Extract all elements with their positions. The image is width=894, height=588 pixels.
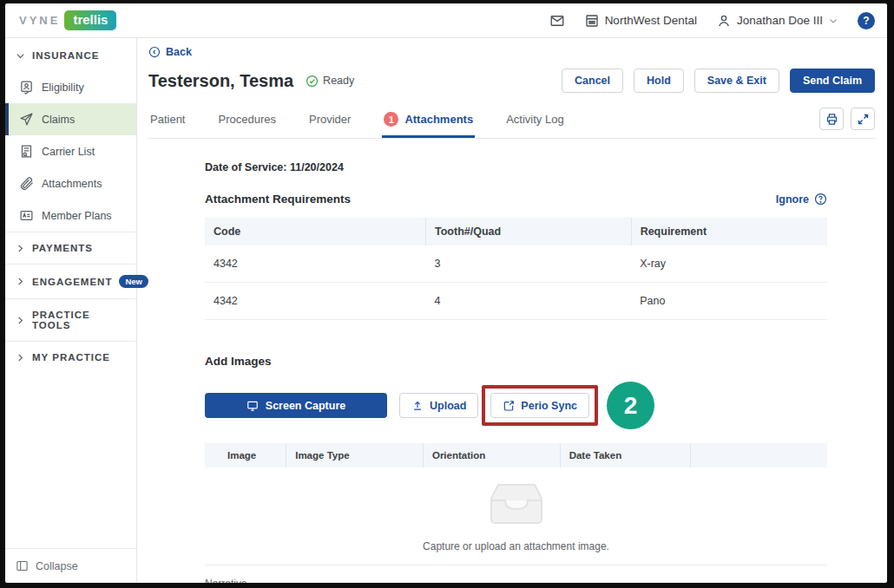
- building-icon: [584, 13, 600, 29]
- back-link[interactable]: Back: [148, 46, 192, 58]
- cancel-button[interactable]: Cancel: [562, 69, 623, 93]
- check-circle-icon: [306, 75, 319, 88]
- sidebar-section-insurance[interactable]: INSURANCE: [5, 38, 136, 71]
- sidebar-item-label: Eligibility: [42, 82, 84, 94]
- chevron-right-icon: [16, 316, 25, 325]
- narrative-section: Narrative 0 / 2000: [205, 578, 827, 583]
- sidebar-item-carrier-list[interactable]: Carrier List: [5, 135, 136, 167]
- requirements-header: Attachment Requirements Ignore: [205, 193, 827, 206]
- date-of-service-label: Date of Service:: [205, 161, 286, 173]
- sidebar-section-payments[interactable]: PAYMENTS: [5, 232, 136, 264]
- perio-sync-button[interactable]: Perio Sync: [490, 393, 589, 418]
- upload-button[interactable]: Upload: [399, 393, 478, 418]
- screenshot-frame: VYNE trellis NorthWest Dental Jonathan D…: [0, 0, 894, 588]
- expand-button[interactable]: [851, 108, 875, 130]
- ignore-link[interactable]: Ignore: [776, 193, 827, 206]
- back-label: Back: [166, 46, 192, 58]
- sidebar-item-label: Claims: [42, 114, 75, 126]
- sidebar-item-eligibility[interactable]: Eligibility: [5, 71, 136, 103]
- status-label: Ready: [323, 75, 354, 87]
- practice-name: NorthWest Dental: [605, 14, 697, 27]
- shell: INSURANCE Eligibility Claims Carrier Lis…: [5, 38, 887, 583]
- sidebar-section-practice-tools[interactable]: PRACTICE TOOLS: [5, 298, 136, 341]
- add-images-title: Add Images: [205, 355, 827, 368]
- cell-requirement: Pano: [631, 283, 827, 320]
- table-row: 4342 4 Pano: [205, 283, 827, 320]
- topbar: VYNE trellis NorthWest Dental Jonathan D…: [5, 3, 887, 38]
- cell-requirement: X-ray: [631, 245, 827, 283]
- brand-vyne-text: VYNE: [19, 14, 60, 27]
- add-images-section: Add Images Screen Capture Upload: [205, 355, 827, 583]
- column-header-orientation: Orientation: [423, 443, 560, 467]
- sidebar-item-label: Carrier List: [42, 146, 95, 158]
- sidebar-section-label: PRACTICE TOOLS: [32, 310, 126, 330]
- date-of-service: Date of Service: 11/20/2024: [205, 161, 827, 173]
- column-header-date-taken: Date Taken: [560, 443, 691, 467]
- collapse-panel-icon: [16, 559, 29, 572]
- column-header-requirement: Requirement: [631, 218, 827, 245]
- column-header-code: Code: [205, 218, 426, 245]
- sidebar-section-label: ENGAGEMENT: [32, 277, 112, 287]
- id-card-icon: [19, 208, 34, 223]
- topbar-right: NorthWest Dental Jonathan Doe III ?: [549, 12, 875, 29]
- page-title: Testerson, Tesma: [148, 71, 293, 91]
- paperclip-icon: [19, 176, 34, 191]
- images-empty-state: Capture or upload an attachment image.: [205, 467, 827, 565]
- ignore-label: Ignore: [776, 193, 809, 206]
- attachments-count-badge: 1: [384, 112, 398, 127]
- help-icon[interactable]: ?: [858, 12, 875, 29]
- eligibility-icon: [19, 80, 34, 95]
- tab-procedures[interactable]: Procedures: [216, 106, 277, 137]
- status-badge: Ready: [306, 75, 354, 88]
- print-button[interactable]: [819, 108, 844, 130]
- sidebar-item-claims[interactable]: Claims: [5, 103, 136, 135]
- chevron-down-icon: [828, 16, 838, 26]
- sidebar-collapse-button[interactable]: Collapse: [5, 548, 136, 583]
- tab-attachments[interactable]: 1 Attachments: [382, 105, 475, 138]
- annotation-highlight-box: Perio Sync: [482, 385, 598, 426]
- requirements-table: Code Tooth#/Quad Requirement 4342 3 X-ra…: [205, 218, 827, 320]
- requirements-table-header-row: Code Tooth#/Quad Requirement: [205, 218, 827, 245]
- tab-provider[interactable]: Provider: [307, 106, 352, 137]
- chevron-right-icon: [16, 244, 25, 253]
- send-claim-button[interactable]: Send Claim: [790, 69, 875, 93]
- tab-activity-log[interactable]: Activity Log: [504, 106, 565, 137]
- column-header-image: Image: [205, 443, 286, 467]
- tabs-row: Patient Procedures Provider 1 Attachment…: [148, 105, 875, 139]
- column-header-actions: [690, 443, 827, 467]
- tab-patient[interactable]: Patient: [148, 106, 187, 137]
- sidebar: INSURANCE Eligibility Claims Carrier Lis…: [5, 38, 137, 583]
- action-buttons: Cancel Hold Save & Exit Send Claim: [562, 69, 875, 93]
- collapse-label: Collapse: [36, 560, 78, 572]
- narrative-label: Narrative: [205, 578, 827, 583]
- back-arrow-icon: [148, 46, 161, 58]
- sidebar-section-my-practice[interactable]: MY PRACTICE: [5, 341, 136, 373]
- brand-trellis-text: trellis: [64, 10, 116, 30]
- chevron-right-icon: [16, 277, 25, 286]
- empty-state-caption: Capture or upload an attachment image.: [205, 540, 827, 552]
- images-table-header: Image Image Type Orientation Date Taken: [205, 443, 827, 467]
- sidebar-item-member-plans[interactable]: Member Plans: [5, 199, 136, 232]
- screen-capture-button[interactable]: Screen Capture: [205, 393, 387, 418]
- chevron-right-icon: [16, 353, 25, 363]
- sidebar-item-attachments[interactable]: Attachments: [5, 167, 136, 199]
- attachments-tab-content: Date of Service: 11/20/2024 Attachment R…: [137, 139, 887, 583]
- tab-tools: [819, 108, 875, 135]
- question-circle-icon: [814, 193, 827, 206]
- paper-plane-icon: [19, 112, 34, 127]
- sidebar-item-label: Attachments: [42, 178, 102, 190]
- brand-logo: VYNE trellis: [19, 10, 116, 30]
- annotation-step-circle: 2: [607, 382, 654, 429]
- sidebar-item-label: Member Plans: [42, 210, 112, 222]
- chevron-down-icon: [16, 51, 25, 61]
- sidebar-section-label: MY PRACTICE: [32, 352, 110, 363]
- main-panel: Back Testerson, Tesma Ready Cancel Hold …: [137, 38, 887, 583]
- practice-selector[interactable]: NorthWest Dental: [584, 13, 697, 29]
- save-exit-button[interactable]: Save & Exit: [694, 69, 779, 93]
- hold-button[interactable]: Hold: [634, 69, 684, 93]
- user-menu[interactable]: Jonathan Doe III: [716, 13, 838, 29]
- sidebar-spacer: [5, 373, 136, 548]
- mail-icon[interactable]: [549, 13, 565, 29]
- sidebar-section-engagement[interactable]: ENGAGEMENT New: [5, 264, 136, 298]
- perio-sync-icon: [503, 400, 515, 412]
